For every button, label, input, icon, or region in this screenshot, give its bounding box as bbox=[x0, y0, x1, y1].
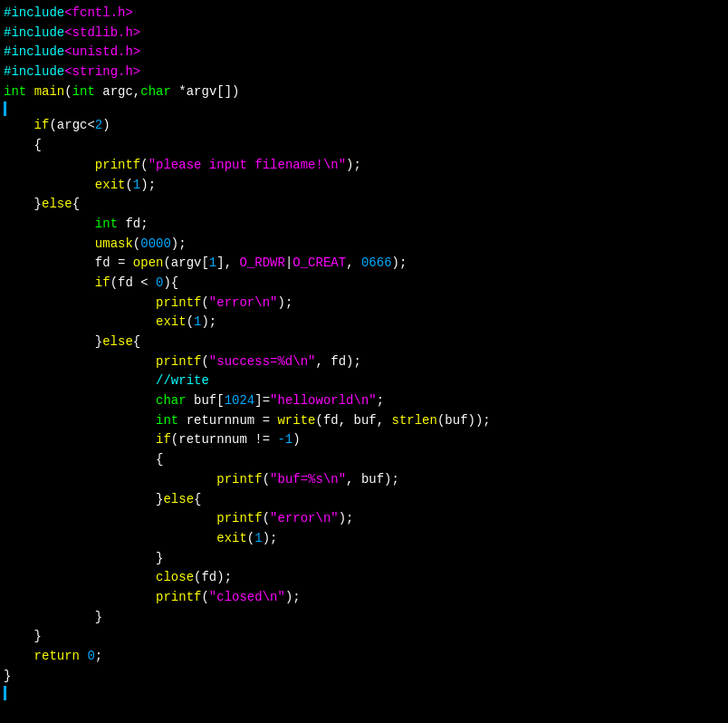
code-line-12: int fd; bbox=[4, 215, 724, 235]
code-line-2: #include<stdlib.h> bbox=[4, 24, 724, 43]
code-line-7: if(argc<2) bbox=[4, 116, 724, 136]
text-cursor bbox=[4, 101, 6, 116]
code-line-1: #include<fcntl.h> bbox=[4, 4, 724, 24]
keyword-include: #include bbox=[4, 43, 64, 63]
code-line-29: } bbox=[4, 549, 724, 569]
header-file: <stdlib.h> bbox=[64, 24, 140, 43]
code-line-bottom-cursor bbox=[4, 686, 724, 700]
code-line-6 bbox=[4, 101, 724, 116]
func-name-main: main bbox=[34, 82, 65, 102]
keyword-if: if bbox=[34, 116, 50, 136]
keyword-else: else bbox=[42, 195, 72, 215]
keyword-include: #include bbox=[4, 24, 64, 43]
code-line-28: exit(1); bbox=[4, 529, 724, 549]
code-line-26: }else{ bbox=[4, 490, 724, 510]
code-line-21: char buf[1024]="helloworld\n"; bbox=[4, 391, 724, 411]
code-line-13: umask(0000); bbox=[4, 235, 724, 255]
code-line-34: return 0; bbox=[4, 647, 724, 667]
code-editor[interactable]: #include<fcntl.h> #include<stdlib.h> #in… bbox=[0, 0, 728, 723]
keyword-include: #include bbox=[4, 4, 64, 24]
code-line-9: printf("please input filename!\n"); bbox=[4, 156, 724, 176]
code-line-23: if(returnnum != -1) bbox=[4, 430, 724, 450]
code-line-14: fd = open(argv[1], O_RDWR|O_CREAT, 0666)… bbox=[4, 254, 724, 274]
code-line-3: #include<unistd.h> bbox=[4, 43, 724, 63]
code-line-30: close(fd); bbox=[4, 568, 724, 588]
code-line-16: printf("error\n"); bbox=[4, 294, 724, 313]
header-file: <string.h> bbox=[64, 63, 140, 82]
func-printf: printf bbox=[95, 156, 140, 176]
code-line-5: int main(int argc,char *argv[]) bbox=[4, 82, 724, 102]
code-line-11: }else{ bbox=[4, 195, 724, 215]
code-line-27: printf("error\n"); bbox=[4, 509, 724, 529]
code-line-20: //write bbox=[4, 371, 724, 391]
header-file: <unistd.h> bbox=[64, 43, 140, 63]
keyword-int: int bbox=[4, 82, 26, 102]
code-line-31: printf("closed\n"); bbox=[4, 588, 724, 608]
code-comment: //write bbox=[156, 371, 209, 391]
code-line-35: } bbox=[4, 667, 724, 687]
keyword-return: return bbox=[34, 647, 80, 667]
string-literal: "please input filename!\n" bbox=[148, 156, 346, 176]
macro-ordwr: O_RDWR bbox=[239, 254, 284, 274]
keyword-include: #include bbox=[4, 63, 64, 82]
code-line-19: printf("success=%d\n", fd); bbox=[4, 352, 724, 372]
code-line-4: #include<string.h> bbox=[4, 63, 724, 82]
header-file: <fcntl.h> bbox=[64, 4, 133, 24]
bottom-cursor bbox=[4, 686, 6, 700]
code-line-25: printf("buf=%s\n", buf); bbox=[4, 470, 724, 490]
code-line-33: } bbox=[4, 627, 724, 647]
code-line-18: }else{ bbox=[4, 333, 724, 352]
code-line-22: int returnnum = write(fd, buf, strlen(bu… bbox=[4, 411, 724, 431]
code-line-17: exit(1); bbox=[4, 313, 724, 333]
code-line-8: { bbox=[4, 136, 724, 156]
code-line-24: { bbox=[4, 450, 724, 470]
code-line-15: if(fd < 0){ bbox=[4, 274, 724, 294]
code-line-32: } bbox=[4, 608, 724, 628]
code-line-10: exit(1); bbox=[4, 176, 724, 196]
